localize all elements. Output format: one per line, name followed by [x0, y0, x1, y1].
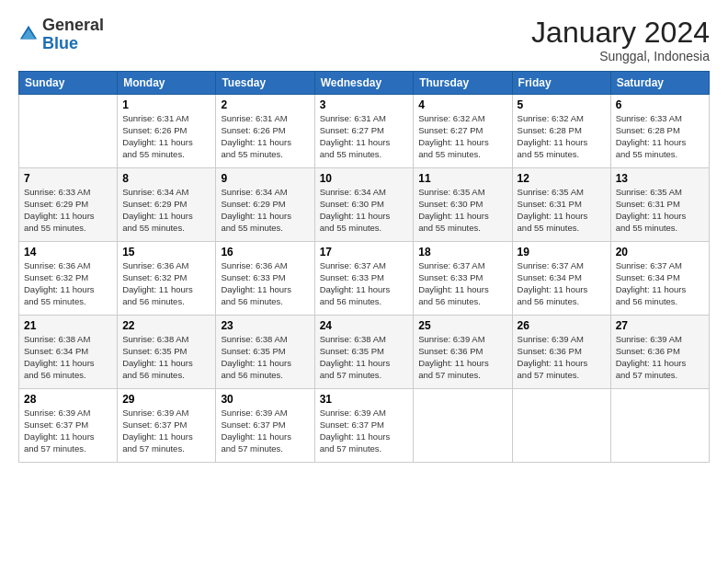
calendar-cell: 28Sunrise: 6:39 AMSunset: 6:37 PMDayligh…	[19, 389, 118, 463]
day-info: Sunrise: 6:32 AMSunset: 6:28 PMDaylight:…	[518, 113, 606, 160]
calendar-cell	[512, 389, 610, 463]
day-number: 14	[24, 246, 112, 259]
day-number: 26	[518, 319, 606, 332]
day-number: 17	[320, 246, 409, 259]
day-number: 27	[616, 319, 704, 332]
calendar-cell: 7Sunrise: 6:33 AMSunset: 6:29 PMDaylight…	[19, 168, 118, 242]
day-info: Sunrise: 6:39 AMSunset: 6:36 PMDaylight:…	[616, 334, 704, 381]
day-number: 29	[122, 393, 210, 406]
day-info: Sunrise: 6:35 AMSunset: 6:31 PMDaylight:…	[518, 187, 606, 234]
day-number: 31	[320, 393, 409, 406]
day-info: Sunrise: 6:39 AMSunset: 6:36 PMDaylight:…	[418, 334, 506, 381]
calendar-cell: 10Sunrise: 6:34 AMSunset: 6:30 PMDayligh…	[314, 168, 414, 242]
header-cell-sunday: Sunday	[19, 72, 118, 95]
calendar-cell: 31Sunrise: 6:39 AMSunset: 6:37 PMDayligh…	[314, 389, 414, 463]
calendar-cell: 4Sunrise: 6:32 AMSunset: 6:27 PMDaylight…	[414, 95, 512, 168]
day-info: Sunrise: 6:34 AMSunset: 6:29 PMDaylight:…	[122, 187, 210, 234]
calendar-cell: 20Sunrise: 6:37 AMSunset: 6:34 PMDayligh…	[610, 242, 709, 316]
calendar-cell: 13Sunrise: 6:35 AMSunset: 6:31 PMDayligh…	[610, 168, 709, 242]
day-info: Sunrise: 6:36 AMSunset: 6:32 PMDaylight:…	[122, 260, 210, 307]
calendar-cell: 22Sunrise: 6:38 AMSunset: 6:35 PMDayligh…	[118, 316, 216, 389]
calendar-cell: 16Sunrise: 6:36 AMSunset: 6:33 PMDayligh…	[216, 242, 314, 316]
calendar-cell: 18Sunrise: 6:37 AMSunset: 6:33 PMDayligh…	[414, 242, 512, 316]
header-cell-tuesday: Tuesday	[216, 72, 314, 95]
logo-text: General Blue	[42, 17, 104, 53]
day-number: 16	[221, 246, 309, 259]
day-info: Sunrise: 6:38 AMSunset: 6:35 PMDaylight:…	[221, 334, 309, 381]
header-cell-thursday: Thursday	[414, 72, 512, 95]
calendar-cell: 3Sunrise: 6:31 AMSunset: 6:27 PMDaylight…	[314, 95, 414, 168]
calendar-cell: 5Sunrise: 6:32 AMSunset: 6:28 PMDaylight…	[512, 95, 610, 168]
logo-general: General	[42, 16, 104, 34]
day-number: 1	[122, 98, 210, 111]
day-info: Sunrise: 6:36 AMSunset: 6:32 PMDaylight:…	[24, 260, 112, 307]
day-number: 22	[122, 319, 210, 332]
day-number: 24	[320, 319, 409, 332]
day-info: Sunrise: 6:34 AMSunset: 6:29 PMDaylight:…	[221, 187, 309, 234]
day-number: 21	[24, 319, 112, 332]
page: General Blue January 2024 Sunggal, Indon…	[0, 0, 728, 472]
day-number: 7	[24, 172, 112, 185]
day-number: 8	[122, 172, 210, 185]
calendar-cell: 24Sunrise: 6:38 AMSunset: 6:35 PMDayligh…	[314, 316, 414, 389]
day-info: Sunrise: 6:35 AMSunset: 6:31 PMDaylight:…	[616, 187, 704, 234]
day-info: Sunrise: 6:32 AMSunset: 6:27 PMDaylight:…	[418, 113, 506, 160]
week-row-2: 7Sunrise: 6:33 AMSunset: 6:29 PMDaylight…	[19, 168, 710, 242]
month-title: January 2024	[531, 17, 710, 49]
day-number: 6	[616, 98, 704, 111]
day-number: 2	[221, 98, 309, 111]
header-cell-wednesday: Wednesday	[314, 72, 414, 95]
day-number: 28	[24, 393, 112, 406]
day-number: 13	[616, 172, 704, 185]
calendar-cell: 17Sunrise: 6:37 AMSunset: 6:33 PMDayligh…	[314, 242, 414, 316]
day-info: Sunrise: 6:33 AMSunset: 6:29 PMDaylight:…	[24, 187, 112, 234]
week-row-1: 1Sunrise: 6:31 AMSunset: 6:26 PMDaylight…	[19, 95, 710, 168]
day-number: 10	[320, 172, 409, 185]
week-row-4: 21Sunrise: 6:38 AMSunset: 6:34 PMDayligh…	[19, 316, 710, 389]
header: General Blue January 2024 Sunggal, Indon…	[18, 17, 710, 63]
calendar-cell: 1Sunrise: 6:31 AMSunset: 6:26 PMDaylight…	[118, 95, 216, 168]
logo-icon	[18, 24, 39, 44]
day-number: 9	[221, 172, 309, 185]
calendar-cell: 9Sunrise: 6:34 AMSunset: 6:29 PMDaylight…	[216, 168, 314, 242]
day-info: Sunrise: 6:37 AMSunset: 6:33 PMDaylight:…	[320, 260, 409, 307]
calendar-cell: 26Sunrise: 6:39 AMSunset: 6:36 PMDayligh…	[512, 316, 610, 389]
day-number: 12	[518, 172, 606, 185]
day-info: Sunrise: 6:36 AMSunset: 6:33 PMDaylight:…	[221, 260, 309, 307]
header-cell-friday: Friday	[512, 72, 610, 95]
calendar-cell: 12Sunrise: 6:35 AMSunset: 6:31 PMDayligh…	[512, 168, 610, 242]
day-info: Sunrise: 6:31 AMSunset: 6:27 PMDaylight:…	[320, 113, 409, 160]
day-info: Sunrise: 6:39 AMSunset: 6:37 PMDaylight:…	[221, 408, 309, 454]
calendar-cell: 21Sunrise: 6:38 AMSunset: 6:34 PMDayligh…	[19, 316, 118, 389]
day-number: 30	[221, 393, 309, 406]
day-number: 19	[518, 246, 606, 259]
calendar-cell: 15Sunrise: 6:36 AMSunset: 6:32 PMDayligh…	[118, 242, 216, 316]
day-number: 18	[418, 246, 506, 259]
day-info: Sunrise: 6:38 AMSunset: 6:34 PMDaylight:…	[24, 334, 112, 381]
week-row-5: 28Sunrise: 6:39 AMSunset: 6:37 PMDayligh…	[19, 389, 710, 463]
day-number: 25	[418, 319, 506, 332]
calendar-table: SundayMondayTuesdayWednesdayThursdayFrid…	[18, 71, 710, 463]
calendar-cell	[610, 389, 709, 463]
day-info: Sunrise: 6:37 AMSunset: 6:33 PMDaylight:…	[418, 260, 506, 307]
calendar-cell: 6Sunrise: 6:33 AMSunset: 6:28 PMDaylight…	[610, 95, 709, 168]
day-info: Sunrise: 6:35 AMSunset: 6:30 PMDaylight:…	[418, 187, 506, 234]
day-info: Sunrise: 6:38 AMSunset: 6:35 PMDaylight:…	[320, 334, 409, 381]
title-block: January 2024 Sunggal, Indonesia	[531, 17, 710, 63]
calendar-cell: 30Sunrise: 6:39 AMSunset: 6:37 PMDayligh…	[216, 389, 314, 463]
day-info: Sunrise: 6:39 AMSunset: 6:36 PMDaylight:…	[518, 334, 606, 381]
header-row: SundayMondayTuesdayWednesdayThursdayFrid…	[19, 72, 710, 95]
calendar-cell: 14Sunrise: 6:36 AMSunset: 6:32 PMDayligh…	[19, 242, 118, 316]
day-number: 11	[418, 172, 506, 185]
logo: General Blue	[18, 17, 104, 53]
calendar-cell: 2Sunrise: 6:31 AMSunset: 6:26 PMDaylight…	[216, 95, 314, 168]
day-info: Sunrise: 6:33 AMSunset: 6:28 PMDaylight:…	[616, 113, 704, 160]
day-info: Sunrise: 6:37 AMSunset: 6:34 PMDaylight:…	[518, 260, 606, 307]
day-info: Sunrise: 6:31 AMSunset: 6:26 PMDaylight:…	[122, 113, 210, 160]
day-info: Sunrise: 6:37 AMSunset: 6:34 PMDaylight:…	[616, 260, 704, 307]
day-number: 15	[122, 246, 210, 259]
day-info: Sunrise: 6:39 AMSunset: 6:37 PMDaylight:…	[320, 408, 409, 454]
day-info: Sunrise: 6:31 AMSunset: 6:26 PMDaylight:…	[221, 113, 309, 160]
calendar-cell: 8Sunrise: 6:34 AMSunset: 6:29 PMDaylight…	[118, 168, 216, 242]
day-number: 20	[616, 246, 704, 259]
